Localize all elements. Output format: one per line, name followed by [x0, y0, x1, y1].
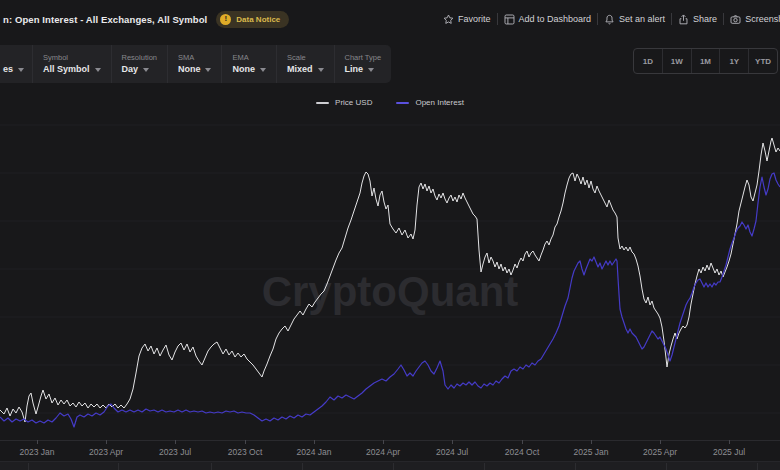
- warning-icon: !: [220, 14, 231, 25]
- chevron-down-icon: [318, 68, 324, 72]
- time-range-selector: 1D 1W 1M 1Y YTD: [633, 48, 778, 74]
- x-tick-mark: [591, 440, 592, 444]
- dropdown-label: Chart Type: [345, 54, 382, 62]
- x-tick-mark: [522, 440, 523, 444]
- favorite-button[interactable]: Favorite: [437, 14, 497, 25]
- legend-item-open-interest[interactable]: Open Interest: [396, 98, 463, 107]
- dropdown-value: Line: [345, 65, 364, 74]
- data-notice-badge[interactable]: ! Data Notice: [216, 11, 289, 28]
- add-to-dashboard-button[interactable]: Add to Dashboard: [498, 14, 598, 25]
- x-tick-mark: [314, 440, 315, 444]
- open-interest-line: [0, 173, 780, 427]
- x-tick-mark: [452, 440, 453, 444]
- header-actions: Favorite Add to Dashboard Set an alert S…: [437, 0, 780, 38]
- timeline-divider: [211, 463, 212, 470]
- symbol-dropdown[interactable]: Symbol All Symbol: [32, 45, 111, 83]
- x-tick-label: 2024 Jul: [436, 447, 468, 457]
- price-usd-line: [0, 138, 780, 422]
- legend-item-price[interactable]: Price USD: [316, 98, 372, 107]
- chart-canvas[interactable]: [0, 110, 780, 441]
- x-tick-label: 2025 Jul: [713, 447, 745, 457]
- page-title: n: Open Interest - All Exchanges, All Sy…: [3, 14, 207, 25]
- range-1m-button[interactable]: 1M: [691, 49, 720, 73]
- share-icon: [678, 14, 689, 25]
- dropdown-value: None: [178, 65, 201, 74]
- screenshot-button[interactable]: Screenshot: [724, 14, 780, 25]
- x-tick-label: 2025 Apr: [643, 447, 677, 457]
- share-label: Share: [693, 14, 717, 24]
- chevron-down-icon: [143, 68, 149, 72]
- range-1w-button[interactable]: 1W: [662, 49, 691, 73]
- x-tick-mark: [175, 440, 176, 444]
- chevron-down-icon: [95, 68, 101, 72]
- resolution-dropdown[interactable]: Resolution Day: [111, 45, 167, 83]
- screenshot-label: Screenshot: [745, 14, 780, 24]
- timeline-divider: [118, 463, 119, 470]
- dropdown-value: es: [3, 65, 13, 74]
- range-1y-button[interactable]: 1Y: [719, 49, 748, 73]
- ema-dropdown[interactable]: EMA None: [221, 45, 276, 83]
- x-tick-label: 2023 Oct: [228, 447, 263, 457]
- x-tick-mark: [245, 440, 246, 444]
- chart-area: CryptoQuant: [0, 110, 780, 441]
- x-tick-mark: [106, 440, 107, 444]
- timeline-strip[interactable]: [0, 461, 780, 470]
- dropdown-label: Symbol: [43, 54, 101, 62]
- x-tick-mark: [729, 440, 730, 444]
- header: n: Open Interest - All Exchanges, All Sy…: [0, 0, 780, 38]
- legend-label: Open Interest: [415, 98, 463, 107]
- sma-dropdown[interactable]: SMA None: [167, 45, 222, 83]
- x-tick-label: 2024 Jan: [297, 447, 332, 457]
- x-tick-label: 2023 Jul: [159, 447, 191, 457]
- chevron-down-icon: [368, 68, 374, 72]
- open-interest-line-swatch: [396, 102, 409, 104]
- timeline-divider: [393, 463, 394, 470]
- x-tick-label: 2023 Apr: [89, 447, 123, 457]
- price-line-swatch: [316, 102, 329, 104]
- dropdown-label: Resolution: [122, 54, 157, 62]
- dropdown-value: None: [232, 65, 255, 74]
- dropdown-value: All Symbol: [43, 65, 90, 74]
- x-axis: 2023 Jan2023 Apr2023 Jul2023 Oct2024 Jan…: [0, 441, 780, 461]
- range-ytd-button[interactable]: YTD: [748, 49, 777, 73]
- data-notice-label: Data Notice: [236, 15, 280, 24]
- set-alert-button[interactable]: Set an alert: [598, 14, 671, 25]
- timeline-divider: [666, 463, 667, 470]
- dropdown-label: [3, 54, 24, 62]
- x-tick-mark: [37, 440, 38, 444]
- timeline-divider: [28, 463, 29, 470]
- timeline-divider: [757, 463, 758, 470]
- x-tick-label: 2024 Oct: [505, 447, 540, 457]
- set-alert-label: Set an alert: [619, 14, 665, 24]
- add-to-dashboard-label: Add to Dashboard: [519, 14, 592, 24]
- favorite-label: Favorite: [458, 14, 491, 24]
- timeline-divider: [484, 463, 485, 470]
- title-wrap: n: Open Interest - All Exchanges, All Sy…: [0, 11, 289, 28]
- chevron-down-icon: [18, 68, 24, 72]
- timeline-divider: [302, 463, 303, 470]
- dropdown-value: Day: [122, 65, 139, 74]
- chevron-down-icon: [205, 68, 211, 72]
- dashboard-icon: [504, 14, 515, 25]
- x-tick-label: 2023 Jan: [20, 447, 55, 457]
- camera-icon: [730, 14, 741, 25]
- exchange-dropdown[interactable]: es: [0, 45, 32, 83]
- x-tick-mark: [383, 440, 384, 444]
- dropdown-value: Mixed: [287, 65, 313, 74]
- dropdown-label: SMA: [178, 54, 212, 62]
- chevron-down-icon: [260, 68, 266, 72]
- legend-label: Price USD: [335, 98, 372, 107]
- x-tick-label: 2024 Apr: [366, 447, 400, 457]
- range-1d-button[interactable]: 1D: [634, 49, 662, 73]
- chart-legend: Price USD Open Interest: [0, 98, 780, 107]
- cryptoquant-chart-app: n: Open Interest - All Exchanges, All Sy…: [0, 0, 780, 470]
- chart-type-dropdown[interactable]: Chart Type Line: [334, 45, 392, 83]
- dropdown-label: EMA: [232, 54, 266, 62]
- share-button[interactable]: Share: [672, 14, 723, 25]
- timeline-divider: [575, 463, 576, 470]
- x-tick-mark: [660, 440, 661, 444]
- dropdown-label: Scale: [287, 54, 324, 62]
- scale-dropdown[interactable]: Scale Mixed: [276, 45, 334, 83]
- chart-settings-toolbar: es Symbol All Symbol Resolution Day SMA …: [0, 45, 391, 83]
- bell-icon: [604, 14, 615, 25]
